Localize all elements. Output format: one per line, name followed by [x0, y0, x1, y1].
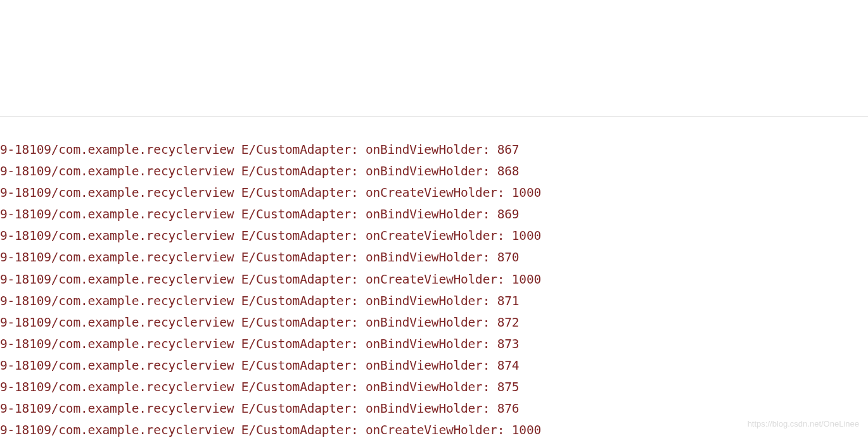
log-line: 9-18109/com.example.recyclerview E/Custo… [0, 225, 868, 247]
log-line: 9-18109/com.example.recyclerview E/Custo… [0, 204, 868, 225]
watermark-text: https://blog.csdn.net/OneLinee [748, 417, 859, 432]
log-line: 9-18109/com.example.recyclerview E/Custo… [0, 247, 868, 268]
log-line: 9-18109/com.example.recyclerview E/Custo… [0, 334, 868, 355]
log-line: 9-18109/com.example.recyclerview E/Custo… [0, 377, 868, 398]
log-line: 9-18109/com.example.recyclerview E/Custo… [0, 420, 868, 438]
log-line: 9-18109/com.example.recyclerview E/Custo… [0, 269, 868, 291]
log-line: 9-18109/com.example.recyclerview E/Custo… [0, 182, 868, 204]
log-partial-top [0, 87, 868, 91]
log-line: 9-18109/com.example.recyclerview E/Custo… [0, 139, 868, 161]
logcat-output[interactable]: 9-18109/com.example.recyclerview E/Custo… [0, 116, 868, 438]
log-line: 9-18109/com.example.recyclerview E/Custo… [0, 355, 868, 377]
log-line: 9-18109/com.example.recyclerview E/Custo… [0, 312, 868, 334]
log-line-partial [0, 87, 519, 91]
log-line: 9-18109/com.example.recyclerview E/Custo… [0, 398, 868, 420]
log-line: 9-18109/com.example.recyclerview E/Custo… [0, 291, 868, 312]
log-line: 9-18109/com.example.recyclerview E/Custo… [0, 161, 868, 182]
